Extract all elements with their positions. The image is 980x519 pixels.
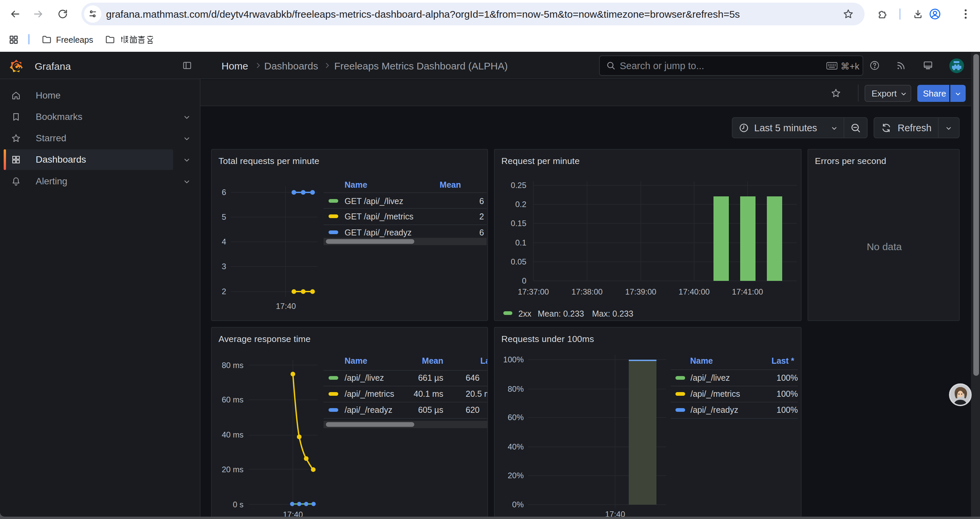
svg-text:17:38:00: 17:38:00 xyxy=(571,287,602,296)
svg-text:20%: 20% xyxy=(508,471,524,480)
svg-text:0.15: 0.15 xyxy=(511,219,527,228)
svg-text:80 ms: 80 ms xyxy=(222,361,243,370)
svg-text:4: 4 xyxy=(222,237,226,246)
svg-text:0.1: 0.1 xyxy=(515,238,527,247)
svg-text:17:41:00: 17:41:00 xyxy=(732,287,763,296)
svg-text:0 s: 0 s xyxy=(233,500,243,509)
svg-text:17:37:00: 17:37:00 xyxy=(518,287,549,296)
svg-text:17:40: 17:40 xyxy=(276,302,296,311)
svg-text:6: 6 xyxy=(222,188,226,197)
svg-text:60 ms: 60 ms xyxy=(222,395,243,404)
svg-text:5: 5 xyxy=(222,212,226,222)
svg-text:0%: 0% xyxy=(512,500,524,509)
svg-text:0.25: 0.25 xyxy=(511,181,527,190)
svg-text:17:40: 17:40 xyxy=(605,509,625,517)
svg-text:17:40:00: 17:40:00 xyxy=(678,287,710,296)
svg-text:0.05: 0.05 xyxy=(511,257,527,266)
svg-text:60%: 60% xyxy=(508,413,524,422)
svg-text:0: 0 xyxy=(522,276,527,285)
svg-text:3: 3 xyxy=(222,262,226,271)
svg-text:100%: 100% xyxy=(503,355,524,364)
svg-text:40%: 40% xyxy=(508,442,524,451)
svg-text:17:40: 17:40 xyxy=(283,510,303,517)
svg-text:2: 2 xyxy=(222,287,226,296)
svg-text:80%: 80% xyxy=(508,385,524,393)
svg-text:0.2: 0.2 xyxy=(515,200,527,209)
svg-text:20 ms: 20 ms xyxy=(222,465,243,474)
svg-text:17:39:00: 17:39:00 xyxy=(625,287,656,296)
svg-text:40 ms: 40 ms xyxy=(222,430,243,439)
